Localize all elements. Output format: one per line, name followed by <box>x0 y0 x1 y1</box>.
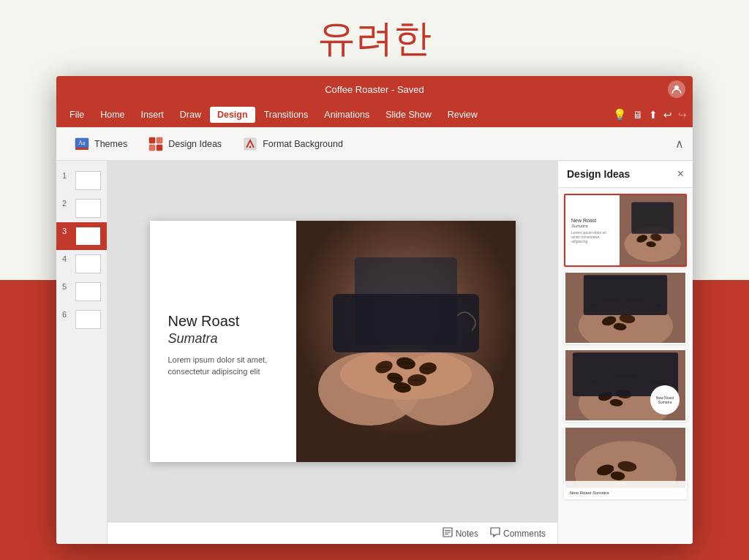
slide-image-right <box>296 221 516 462</box>
menu-item-slideshow[interactable]: Slide Show <box>378 107 439 123</box>
idea-thumb-circle: New Roast Sumatra <box>565 350 685 420</box>
svg-text:Aa: Aa <box>78 140 86 146</box>
main-area: 1 2 3 4 5 <box>56 161 693 544</box>
slide-number-6: 6 <box>62 310 74 319</box>
themes-button[interactable]: Aa Themes <box>65 132 136 156</box>
menu-item-home[interactable]: Home <box>93 107 132 123</box>
format-background-icon <box>242 136 258 152</box>
svg-rect-37 <box>631 203 674 234</box>
slide-preview-1 <box>75 171 101 190</box>
comments-button[interactable]: Comments <box>490 527 546 540</box>
menu-item-transitions[interactable]: Transitions <box>257 107 316 123</box>
slide-thumb-1[interactable]: 1 <box>56 167 107 194</box>
notes-button[interactable]: Notes <box>443 527 478 540</box>
menu-bar-icons: 💡 🖥 ⬆ ↩ ↪ <box>613 108 687 121</box>
slide-number-5: 5 <box>62 282 74 291</box>
design-ideas-label: Design Ideas <box>168 139 222 149</box>
design-idea-2[interactable]: New Roast Sumatra <box>564 271 687 344</box>
idea-thumb-overlay: New Roast Sumatra <box>565 273 685 343</box>
design-ideas-panel-title: Design Ideas <box>567 168 630 180</box>
design-ideas-list: New Roast Sumatra Lorem ipsum dolor sit … <box>558 188 693 544</box>
slide-subtitle: Sumatra <box>168 331 282 347</box>
slide-number-2: 2 <box>62 199 74 208</box>
design-idea-3[interactable]: New Roast Sumatra <box>564 349 687 422</box>
idea-circle-subtitle: Sumatra <box>658 400 672 404</box>
slide-number-4: 4 <box>62 254 74 263</box>
slide-preview-4 <box>75 254 101 273</box>
slide-preview-5 <box>75 282 101 301</box>
menu-item-design[interactable]: Design <box>210 107 255 123</box>
idea-subtitle-text: Sumatra <box>571 224 614 228</box>
design-ideas-button[interactable]: Design Ideas <box>139 132 230 156</box>
slide-thumb-6[interactable]: 6 <box>56 306 107 333</box>
app-container: 유려한 Coffee Roaster - Saved File Home Ins… <box>0 0 749 560</box>
svg-rect-43 <box>584 275 667 315</box>
design-idea-1[interactable]: New Roast Sumatra Lorem ipsum dolor sit … <box>564 194 687 267</box>
idea-bar-title: New Roast Sumatra <box>570 491 681 495</box>
design-ideas-icon <box>148 136 164 152</box>
slide-number-3: 3 <box>62 227 74 235</box>
svg-point-9 <box>249 145 252 148</box>
slide-preview-6 <box>75 310 101 329</box>
svg-rect-5 <box>157 137 162 143</box>
slide-title: New Roast <box>168 313 282 330</box>
idea-body-text: Lorem ipsum dolor sit amet consectetur a… <box>571 230 614 243</box>
notes-label: Notes <box>456 529 478 539</box>
slide-preview-2 <box>75 199 101 218</box>
undo-icon[interactable]: ↩ <box>663 109 672 121</box>
comments-icon <box>490 527 500 540</box>
slide-canvas[interactable]: New Roast Sumatra Lorem ipsum dolor sit … <box>150 221 516 462</box>
app-window: Coffee Roaster - Saved File Home Insert … <box>56 76 693 544</box>
idea-title-text: New Roast <box>571 217 614 224</box>
slide-content-left: New Roast Sumatra Lorem ipsum dolor sit … <box>150 221 296 462</box>
menu-item-insert[interactable]: Insert <box>134 107 171 123</box>
idea-thumb-split: New Roast Sumatra Lorem ipsum dolor sit … <box>565 195 685 265</box>
redo-icon[interactable]: ↪ <box>678 109 687 121</box>
notes-icon <box>443 527 453 540</box>
idea-bar-content: New Roast Sumatra <box>565 488 685 498</box>
idea-circle-badge: New Roast Sumatra <box>650 385 680 415</box>
slide-body: Lorem ipsum dolor sit amet, consectetur … <box>168 354 282 378</box>
svg-rect-7 <box>157 145 162 151</box>
slide-thumb-3[interactable]: 3 <box>56 222 107 250</box>
design-ideas-header: Design Ideas × <box>558 161 693 188</box>
page-korean-title: 유려한 <box>317 13 432 64</box>
idea-thumb-bar: New Roast Sumatra <box>565 428 685 498</box>
themes-label: Themes <box>94 139 127 149</box>
design-ideas-panel: Design Ideas × New Roast Sumatra Lorem i… <box>557 161 693 544</box>
title-bar: Coffee Roaster - Saved <box>56 76 693 102</box>
themes-icon: Aa <box>74 136 90 152</box>
present-icon[interactable]: 🖥 <box>633 109 643 121</box>
menu-item-review[interactable]: Review <box>440 107 485 123</box>
comments-label: Comments <box>503 529 546 539</box>
ribbon-collapse-icon[interactable]: ∧ <box>675 137 684 151</box>
slide-thumb-5[interactable]: 5 <box>56 278 107 306</box>
svg-rect-4 <box>149 137 155 143</box>
slide-preview-3 <box>75 227 101 246</box>
coffee-image <box>296 221 516 462</box>
slide-canvas-area: New Roast Sumatra Lorem ipsum dolor sit … <box>108 161 557 522</box>
slide-editor: New Roast Sumatra Lorem ipsum dolor sit … <box>108 161 557 544</box>
format-background-button[interactable]: Format Background <box>233 132 352 156</box>
document-title: Coffee Roaster - Saved <box>325 84 424 95</box>
slide-thumb-2[interactable]: 2 <box>56 194 107 222</box>
svg-rect-27 <box>333 294 479 352</box>
lightbulb-icon[interactable]: 💡 <box>613 108 627 121</box>
slide-panel: 1 2 3 4 5 <box>56 161 108 544</box>
svg-rect-2 <box>75 148 89 150</box>
menu-item-animations[interactable]: Animations <box>317 107 377 123</box>
user-avatar[interactable] <box>668 80 685 98</box>
menu-item-file[interactable]: File <box>62 107 91 123</box>
share-icon[interactable]: ⬆ <box>649 109 658 121</box>
slide-number-1: 1 <box>62 171 74 180</box>
ribbon: Aa Themes Design Ideas <box>56 127 693 161</box>
svg-rect-6 <box>149 145 155 151</box>
slide-thumb-4[interactable]: 4 <box>56 250 107 278</box>
design-idea-4[interactable]: New Roast Sumatra <box>564 426 687 499</box>
bottom-bar: Notes Comments <box>108 522 557 544</box>
menu-bar: File Home Insert Draw Design Transitions… <box>56 102 693 127</box>
design-ideas-close-button[interactable]: × <box>677 168 684 180</box>
idea-right-image <box>620 195 685 265</box>
format-background-label: Format Background <box>263 139 343 149</box>
menu-item-draw[interactable]: Draw <box>173 107 208 123</box>
